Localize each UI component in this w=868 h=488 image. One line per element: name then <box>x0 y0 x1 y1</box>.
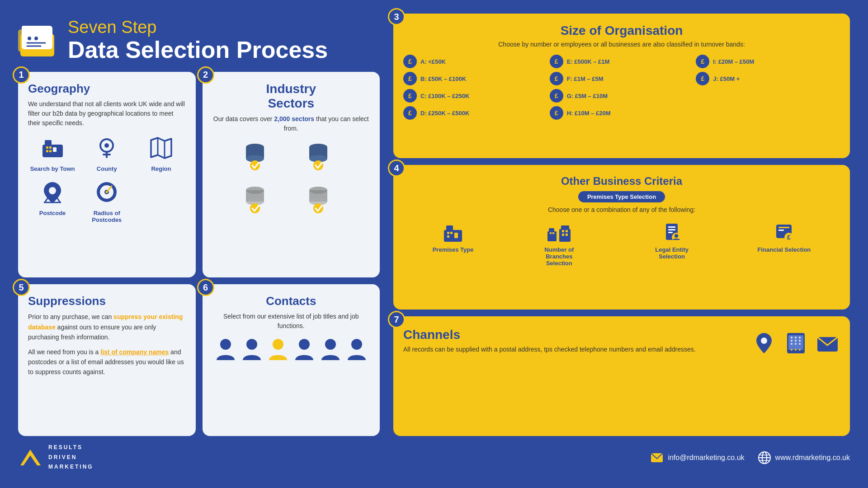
svg-point-43 <box>220 339 231 350</box>
size-item-e: £ E: £500K – £1M <box>550 55 694 68</box>
svg-point-82 <box>791 337 793 338</box>
geo-label-town: Search by Town <box>30 165 75 172</box>
svg-rect-52 <box>447 232 449 234</box>
step2-badge: 2 <box>197 66 214 84</box>
email-contact: info@rdmarketing.co.uk <box>651 453 744 463</box>
svg-point-83 <box>795 337 797 338</box>
svg-point-88 <box>791 343 793 345</box>
svg-point-76 <box>761 338 767 344</box>
criteria-label-premises: Premises Type <box>433 246 474 253</box>
geo-item-town: Search by Town <box>28 133 77 172</box>
page-container: Seven Step Data Selection Process 1 Geog… <box>0 0 868 488</box>
svg-point-84 <box>799 337 801 338</box>
geography-icons: Search by Town County <box>28 133 186 223</box>
svg-point-47 <box>325 339 336 350</box>
svg-rect-73 <box>778 230 784 231</box>
svg-rect-53 <box>450 232 453 234</box>
geo-item-county: County <box>82 133 131 172</box>
svg-rect-68 <box>668 232 673 233</box>
criteria-icons: Premises Type <box>403 219 840 267</box>
industry-title: IndustrySectors <box>212 82 370 111</box>
svg-point-30 <box>250 160 260 170</box>
contacts-icons <box>212 338 370 362</box>
industry-desc: Our data covers over 2,000 sectors that … <box>212 114 370 133</box>
left-content: 1 Geography We understand that not all c… <box>18 72 389 436</box>
criteria-label-legal: Legal Entity Selection <box>645 246 699 260</box>
svg-rect-13 <box>46 150 48 152</box>
size-item-i: £ I: £20M – £50M <box>696 55 840 68</box>
svg-rect-10 <box>53 147 57 152</box>
channels-title: Channels <box>403 328 743 342</box>
suppressions-para1: Prior to any purchase, we can suppress y… <box>28 312 186 342</box>
step3-badge: 3 <box>388 8 405 25</box>
criteria-item-legal: Legal Entity Selection <box>645 219 699 260</box>
svg-point-89 <box>795 343 797 345</box>
size-grid: £ A: <£50K £ E: £500K – £1M £ I: £20M – … <box>403 55 840 120</box>
suppressions-card: 5 Suppressions Prior to any purchase, we… <box>18 284 196 436</box>
size-item-c: £ C: £100K – £250K <box>403 89 547 103</box>
svg-rect-72 <box>778 227 789 228</box>
channels-card: 7 Channels All records can be supplied w… <box>393 316 850 436</box>
svg-point-5 <box>34 37 38 40</box>
svg-point-44 <box>246 339 257 350</box>
svg-rect-14 <box>49 150 52 152</box>
suppressions-title: Suppressions <box>28 294 186 308</box>
geo-label-postcode: Postcode <box>39 210 66 216</box>
svg-rect-67 <box>668 229 675 230</box>
geo-item-region: Region <box>137 133 185 172</box>
criteria-item-financial: £ Financial Selection <box>758 219 811 253</box>
svg-rect-62 <box>566 230 568 232</box>
svg-rect-64 <box>566 234 568 236</box>
header: Seven Step Data Selection Process <box>18 14 389 72</box>
size-item-g: £ G: £5M – £10M <box>550 89 694 103</box>
premises-badge-wrap: Premises Type Selection <box>403 191 840 206</box>
svg-point-4 <box>28 37 31 40</box>
geo-item-radius: Radius of Postcodes <box>82 178 131 223</box>
svg-marker-17 <box>151 138 171 158</box>
svg-point-26 <box>105 191 108 193</box>
premises-badge: Premises Type Selection <box>578 191 665 202</box>
step6-badge: 6 <box>197 279 214 296</box>
svg-point-42 <box>313 203 323 213</box>
geography-desc: We understand that not all clients work … <box>28 99 186 128</box>
contact-info: info@rdmarketing.co.uk www.rdmarketing.c… <box>651 451 850 464</box>
svg-rect-63 <box>562 234 564 236</box>
header-line2: Data Selection Process <box>68 37 328 63</box>
svg-marker-92 <box>20 450 41 465</box>
svg-point-34 <box>313 160 323 170</box>
svg-point-85 <box>791 340 793 342</box>
step4-badge: 4 <box>388 160 405 177</box>
footer: RESULTS DRIVEN MARKETING info@rdmarketin… <box>18 436 850 474</box>
svg-point-20 <box>49 187 56 194</box>
criteria-card: 4 Other Business Criteria Premises Type … <box>393 165 850 310</box>
size-item-h: £ H: £10M – £20M <box>550 106 694 120</box>
svg-text:£: £ <box>787 234 791 241</box>
step1-badge: 1 <box>13 66 30 84</box>
svg-point-80 <box>795 349 797 351</box>
header-text: Seven Step Data Selection Process <box>68 18 328 63</box>
svg-rect-11 <box>46 146 48 149</box>
suppressions-para2: All we need from you is a list of compan… <box>28 347 186 377</box>
step5-badge: 5 <box>13 279 30 296</box>
email-text: info@rdmarketing.co.uk <box>668 454 744 462</box>
size-subtitle: Choose by number or employees or all bus… <box>403 41 840 48</box>
folder-icon <box>18 21 59 59</box>
svg-point-79 <box>791 349 793 351</box>
contacts-card: 6 Contacts Select from our extensive lis… <box>203 284 380 436</box>
size-item-f: £ F: £1M – £5M <box>550 72 694 85</box>
website-contact: www.rdmarketing.co.uk <box>758 451 850 464</box>
logo-text: RESULTS DRIVEN MARKETING <box>48 443 94 472</box>
size-title: Size of Organisation <box>403 23 840 38</box>
svg-point-16 <box>104 143 109 148</box>
channels-content: Channels All records can be supplied wit… <box>403 326 840 356</box>
svg-rect-51 <box>454 233 458 238</box>
db-icons2 <box>212 183 370 221</box>
svg-rect-3 <box>22 26 34 30</box>
geo-label-region: Region <box>151 165 171 172</box>
right-content: 3 Size of Organisation Choose by number … <box>389 14 850 436</box>
svg-point-46 <box>299 339 310 350</box>
size-item-j: £ J: £50M + <box>696 72 840 85</box>
contacts-desc: Select from our extensive list of job ti… <box>212 312 370 331</box>
website-text: www.rdmarketing.co.uk <box>775 454 850 462</box>
geo-label-radius: Radius of Postcodes <box>82 210 131 223</box>
